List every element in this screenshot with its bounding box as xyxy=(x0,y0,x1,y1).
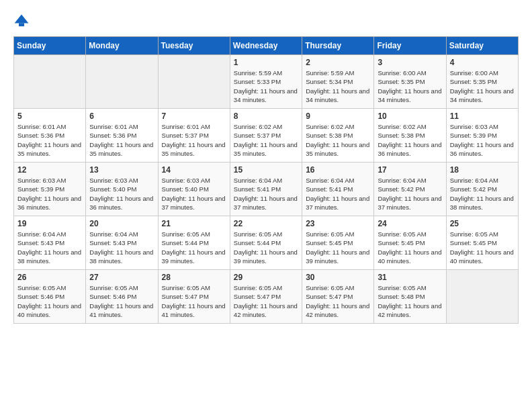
day-info: Sunrise: 6:04 AMSunset: 5:43 PMDaylight:… xyxy=(89,230,154,265)
calendar-cell: 4Sunrise: 6:00 AMSunset: 5:35 PMDaylight… xyxy=(446,55,518,109)
calendar-cell: 23Sunrise: 6:05 AMSunset: 5:45 PMDayligh… xyxy=(302,216,374,270)
day-number: 4 xyxy=(450,58,515,67)
day-number: 3 xyxy=(378,58,442,67)
weekday-header: Wednesday xyxy=(230,37,302,55)
calendar-cell: 31Sunrise: 6:05 AMSunset: 5:48 PMDayligh… xyxy=(374,270,446,324)
calendar-cell: 1Sunrise: 5:59 AMSunset: 5:33 PMDaylight… xyxy=(230,55,302,109)
calendar-cell: 19Sunrise: 6:04 AMSunset: 5:43 PMDayligh… xyxy=(14,216,86,270)
weekday-header: Saturday xyxy=(446,37,518,55)
day-number: 19 xyxy=(17,219,82,228)
day-info: Sunrise: 6:05 AMSunset: 5:45 PMDaylight:… xyxy=(306,230,370,265)
weekday-header: Friday xyxy=(374,37,446,55)
calendar-cell: 22Sunrise: 6:05 AMSunset: 5:44 PMDayligh… xyxy=(230,216,302,270)
calendar-week-row: 5Sunrise: 6:01 AMSunset: 5:36 PMDaylight… xyxy=(14,109,519,163)
calendar-cell xyxy=(158,55,230,109)
calendar-cell: 9Sunrise: 6:02 AMSunset: 5:38 PMDaylight… xyxy=(302,109,374,163)
day-info: Sunrise: 6:04 AMSunset: 5:41 PMDaylight:… xyxy=(234,176,298,212)
day-number: 7 xyxy=(162,111,226,121)
day-info: Sunrise: 6:02 AMSunset: 5:38 PMDaylight:… xyxy=(378,122,442,158)
calendar-cell: 16Sunrise: 6:04 AMSunset: 5:41 PMDayligh… xyxy=(302,163,374,216)
day-info: Sunrise: 6:05 AMSunset: 5:44 PMDaylight:… xyxy=(234,230,298,265)
day-info: Sunrise: 6:05 AMSunset: 5:45 PMDaylight:… xyxy=(450,230,515,265)
calendar-cell: 2Sunrise: 5:59 AMSunset: 5:34 PMDaylight… xyxy=(302,55,374,109)
day-number: 29 xyxy=(234,273,298,282)
calendar-cell: 30Sunrise: 6:05 AMSunset: 5:47 PMDayligh… xyxy=(302,270,374,324)
day-info: Sunrise: 6:05 AMSunset: 5:48 PMDaylight:… xyxy=(378,283,442,319)
day-number: 25 xyxy=(450,219,515,228)
day-number: 17 xyxy=(378,165,442,175)
calendar-cell xyxy=(14,55,86,109)
day-number: 11 xyxy=(450,111,515,121)
day-info: Sunrise: 6:05 AMSunset: 5:44 PMDaylight:… xyxy=(162,230,226,265)
day-number: 12 xyxy=(17,165,82,175)
day-info: Sunrise: 6:05 AMSunset: 5:47 PMDaylight:… xyxy=(306,283,370,319)
day-number: 16 xyxy=(306,165,370,175)
day-number: 23 xyxy=(306,219,370,228)
day-number: 28 xyxy=(162,273,226,282)
day-number: 14 xyxy=(162,165,226,175)
day-info: Sunrise: 6:01 AMSunset: 5:37 PMDaylight:… xyxy=(162,122,226,158)
calendar-cell: 25Sunrise: 6:05 AMSunset: 5:45 PMDayligh… xyxy=(446,216,518,270)
day-number: 6 xyxy=(89,111,154,121)
day-number: 9 xyxy=(306,111,370,121)
day-number: 27 xyxy=(89,273,154,282)
day-number: 30 xyxy=(306,273,370,282)
day-number: 10 xyxy=(378,111,442,121)
calendar-week-row: 12Sunrise: 6:03 AMSunset: 5:39 PMDayligh… xyxy=(14,163,519,216)
day-info: Sunrise: 6:00 AMSunset: 5:35 PMDaylight:… xyxy=(450,68,515,104)
svg-marker-0 xyxy=(15,15,29,24)
day-info: Sunrise: 6:02 AMSunset: 5:37 PMDaylight:… xyxy=(234,122,298,158)
day-number: 1 xyxy=(234,58,298,67)
calendar-cell: 6Sunrise: 6:01 AMSunset: 5:36 PMDaylight… xyxy=(86,109,158,163)
calendar-week-row: 19Sunrise: 6:04 AMSunset: 5:43 PMDayligh… xyxy=(14,216,519,270)
day-info: Sunrise: 6:01 AMSunset: 5:36 PMDaylight:… xyxy=(89,122,154,158)
day-number: 13 xyxy=(89,165,154,175)
day-info: Sunrise: 6:05 AMSunset: 5:46 PMDaylight:… xyxy=(89,283,154,319)
day-info: Sunrise: 6:04 AMSunset: 5:42 PMDaylight:… xyxy=(378,176,442,212)
day-number: 24 xyxy=(378,219,442,228)
day-number: 5 xyxy=(17,111,82,121)
calendar-cell: 24Sunrise: 6:05 AMSunset: 5:45 PMDayligh… xyxy=(374,216,446,270)
calendar-cell: 11Sunrise: 6:03 AMSunset: 5:39 PMDayligh… xyxy=(446,109,518,163)
day-info: Sunrise: 6:04 AMSunset: 5:41 PMDaylight:… xyxy=(306,176,370,212)
weekday-header: Sunday xyxy=(14,37,86,55)
day-info: Sunrise: 6:02 AMSunset: 5:38 PMDaylight:… xyxy=(306,122,370,158)
day-number: 8 xyxy=(234,111,298,121)
calendar-cell: 7Sunrise: 6:01 AMSunset: 5:37 PMDaylight… xyxy=(158,109,230,163)
calendar-cell: 10Sunrise: 6:02 AMSunset: 5:38 PMDayligh… xyxy=(374,109,446,163)
calendar-cell: 17Sunrise: 6:04 AMSunset: 5:42 PMDayligh… xyxy=(374,163,446,216)
day-info: Sunrise: 6:00 AMSunset: 5:35 PMDaylight:… xyxy=(378,68,442,104)
weekday-header: Monday xyxy=(86,37,158,55)
calendar-cell xyxy=(86,55,158,109)
calendar-cell: 27Sunrise: 6:05 AMSunset: 5:46 PMDayligh… xyxy=(86,270,158,324)
day-info: Sunrise: 5:59 AMSunset: 5:33 PMDaylight:… xyxy=(234,68,298,104)
day-number: 18 xyxy=(450,165,515,175)
day-info: Sunrise: 6:04 AMSunset: 5:42 PMDaylight:… xyxy=(450,176,515,212)
logo-icon xyxy=(13,13,30,30)
calendar-cell: 3Sunrise: 6:00 AMSunset: 5:35 PMDaylight… xyxy=(374,55,446,109)
calendar-cell: 20Sunrise: 6:04 AMSunset: 5:43 PMDayligh… xyxy=(86,216,158,270)
page-header xyxy=(13,13,519,30)
calendar-cell: 15Sunrise: 6:04 AMSunset: 5:41 PMDayligh… xyxy=(230,163,302,216)
weekday-header: Tuesday xyxy=(158,37,230,55)
calendar-week-row: 26Sunrise: 6:05 AMSunset: 5:46 PMDayligh… xyxy=(14,270,519,324)
svg-rect-1 xyxy=(19,23,24,26)
calendar-header-row: SundayMondayTuesdayWednesdayThursdayFrid… xyxy=(14,37,519,55)
day-number: 20 xyxy=(89,219,154,228)
calendar-cell: 29Sunrise: 6:05 AMSunset: 5:47 PMDayligh… xyxy=(230,270,302,324)
day-number: 2 xyxy=(306,58,370,67)
calendar-cell: 12Sunrise: 6:03 AMSunset: 5:39 PMDayligh… xyxy=(14,163,86,216)
weekday-header: Thursday xyxy=(302,37,374,55)
calendar-week-row: 1Sunrise: 5:59 AMSunset: 5:33 PMDaylight… xyxy=(14,55,519,109)
day-info: Sunrise: 6:03 AMSunset: 5:39 PMDaylight:… xyxy=(450,122,515,158)
day-info: Sunrise: 6:05 AMSunset: 5:47 PMDaylight:… xyxy=(234,283,298,319)
logo xyxy=(13,13,32,30)
day-number: 21 xyxy=(162,219,226,228)
calendar-table: SundayMondayTuesdayWednesdayThursdayFrid… xyxy=(13,36,519,324)
day-number: 31 xyxy=(378,273,442,282)
day-info: Sunrise: 6:05 AMSunset: 5:46 PMDaylight:… xyxy=(17,283,82,319)
calendar-cell: 5Sunrise: 6:01 AMSunset: 5:36 PMDaylight… xyxy=(14,109,86,163)
day-info: Sunrise: 6:03 AMSunset: 5:40 PMDaylight:… xyxy=(89,176,154,212)
day-info: Sunrise: 6:01 AMSunset: 5:36 PMDaylight:… xyxy=(17,122,82,158)
calendar-cell xyxy=(446,270,518,324)
